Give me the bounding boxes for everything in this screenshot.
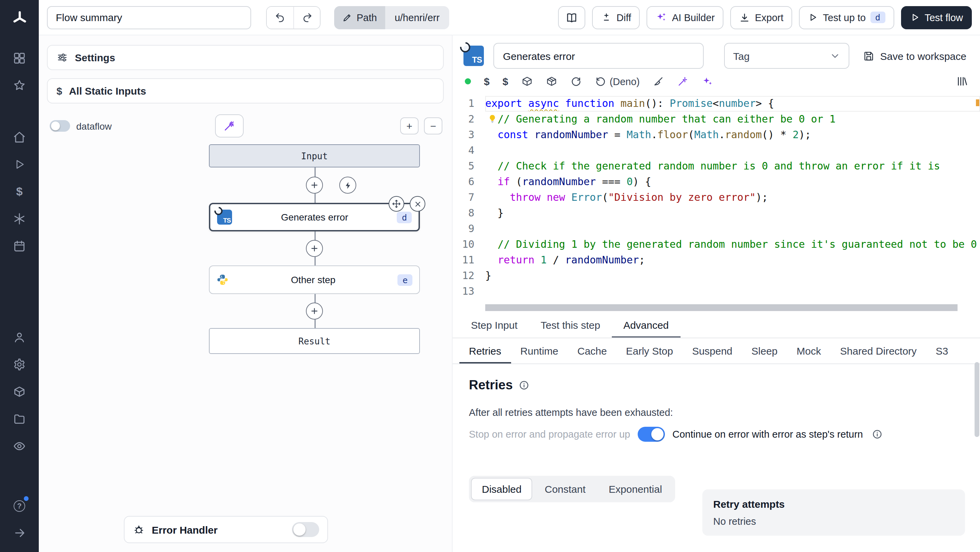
continue-on-error-toggle[interactable] (638, 427, 665, 442)
code-line-5: // Check if the generated random number … (485, 159, 980, 174)
add-step-button[interactable] (306, 177, 323, 194)
tag-select[interactable]: Tag (724, 43, 850, 69)
tab-test-this-step[interactable]: Test this step (529, 312, 612, 337)
export-button[interactable]: Export (730, 6, 792, 29)
flow-graph-canvas[interactable]: Input (124, 140, 505, 552)
undo-redo-group (266, 6, 321, 29)
code-content[interactable]: export async function main(): Promise<nu… (485, 96, 980, 312)
runs-icon[interactable] (6, 150, 33, 178)
vertical-scrollbar[interactable] (975, 362, 979, 549)
code-line-8: } (485, 205, 980, 221)
adv-tab-mock[interactable]: Mock (787, 338, 830, 363)
help-icon[interactable]: ? (6, 492, 33, 519)
ai-builder-button[interactable]: AI Builder (647, 6, 724, 29)
tab-advanced[interactable]: Advanced (612, 312, 680, 337)
variable-picker-icon[interactable]: $ (484, 76, 490, 87)
code-line-10: // Dividing 1 by the generated random nu… (485, 237, 980, 253)
line-number: 12 (453, 268, 474, 284)
settings-gear-icon[interactable] (6, 350, 33, 378)
save-to-workspace-button[interactable]: Save to workspace (859, 47, 970, 64)
docs-button[interactable] (558, 6, 585, 29)
tab-step-input[interactable]: Step Input (460, 312, 529, 337)
adv-tab-s3[interactable]: S3 (926, 338, 958, 363)
adv-tab-early-stop[interactable]: Early Stop (616, 338, 682, 363)
apps-icon[interactable] (6, 44, 33, 72)
editor-toolbar: $ $ (Deno) (453, 73, 980, 93)
runtime-selector[interactable]: (Deno) (595, 76, 640, 87)
undo-button[interactable] (267, 6, 293, 28)
static-inputs-row[interactable]: $ All Static Inputs (47, 78, 444, 103)
workers-icon[interactable] (6, 378, 33, 405)
package-icon[interactable] (521, 76, 533, 87)
test-flow-button[interactable]: Test flow (901, 6, 972, 29)
ai-wand-icon[interactable] (677, 76, 689, 87)
refresh-icon[interactable] (570, 76, 582, 87)
delete-step-button[interactable] (410, 196, 425, 212)
path-control[interactable]: Path u/henri/err (334, 6, 449, 29)
resource-picker-icon[interactable]: $ (503, 76, 508, 87)
users-icon[interactable] (6, 323, 33, 350)
package-explore-icon[interactable] (546, 76, 557, 87)
test-up-to-button[interactable]: Test up to d (799, 6, 894, 29)
notification-dot (24, 496, 28, 501)
format-broom-icon[interactable] (653, 76, 664, 87)
folders-icon[interactable] (6, 405, 33, 432)
line-number: 2 (453, 111, 474, 127)
info-icon[interactable] (872, 429, 883, 440)
lightbulb-icon[interactable] (487, 114, 498, 124)
flow-settings-row[interactable]: Settings (47, 45, 444, 70)
adv-tab-shared-directory[interactable]: Shared Directory (830, 338, 926, 363)
favorites-star-icon[interactable] (6, 72, 33, 99)
step-tabs: Step InputTest this stepAdvanced (453, 312, 980, 338)
library-panel-icon[interactable] (956, 76, 968, 87)
save-label: Save to workspace (880, 50, 966, 62)
schedules-icon[interactable] (6, 232, 33, 259)
zoom-out-button[interactable]: − (424, 118, 442, 134)
retries-section: Retries After all retries attempts have … (453, 364, 980, 552)
windmill-logo[interactable] (6, 5, 33, 32)
info-icon[interactable] (519, 380, 530, 391)
code-editor[interactable]: 12345678910111213 export async function … (453, 93, 980, 312)
adv-tab-suspend[interactable]: Suspend (682, 338, 742, 363)
home-icon[interactable] (6, 123, 33, 150)
path-edit-segment[interactable]: Path (334, 6, 385, 29)
flow-summary-input[interactable] (47, 6, 251, 29)
adv-tab-sleep[interactable]: Sleep (742, 338, 787, 363)
add-step-button[interactable] (306, 302, 323, 320)
error-handler-toggle[interactable] (292, 522, 319, 537)
test-up-to-step-badge: d (870, 11, 885, 23)
ai-flow-wand-button[interactable] (215, 115, 243, 137)
line-number: 5 (453, 159, 474, 174)
add-trigger-button[interactable] (339, 177, 356, 194)
line-number: 10 (453, 237, 474, 253)
step-name-input[interactable] (493, 43, 704, 69)
zoom-in-button[interactable]: + (400, 118, 418, 134)
horizontal-scrollbar[interactable] (485, 304, 972, 311)
retry-mode-constant[interactable]: Constant (534, 478, 597, 500)
ai-sparkles-icon[interactable] (702, 76, 713, 87)
retry-mode-exponential[interactable]: Exponential (598, 478, 673, 500)
step-id-badge: e (398, 274, 412, 286)
adv-tab-retries[interactable]: Retries (460, 338, 511, 363)
adv-tab-cache[interactable]: Cache (568, 338, 617, 363)
retries-title: Retries (469, 378, 513, 393)
path-value: u/henri/err (385, 6, 449, 29)
static-inputs-label: All Static Inputs (69, 85, 146, 97)
flow-input-node[interactable]: Input (209, 144, 420, 167)
resources-icon[interactable] (6, 205, 33, 232)
diff-button[interactable]: Diff (592, 6, 640, 29)
retry-mode-disabled[interactable]: Disabled (471, 478, 533, 500)
add-step-button[interactable] (306, 240, 323, 257)
dataflow-toggle[interactable] (50, 120, 70, 132)
variables-icon[interactable]: $ (6, 178, 33, 205)
adv-tab-runtime[interactable]: Runtime (511, 338, 568, 363)
step-node-other-step[interactable]: Other step e (209, 266, 420, 294)
redo-button[interactable] (293, 6, 320, 28)
expand-sidebar-icon[interactable] (6, 519, 33, 547)
error-handler-row[interactable]: Error Handler (124, 516, 328, 543)
code-line-9 (485, 221, 980, 237)
flow-result-node[interactable]: Result (209, 328, 420, 354)
step-node-generates-error[interactable]: TS Generates error d (209, 203, 420, 231)
audit-eye-icon[interactable] (6, 432, 33, 460)
move-step-button[interactable] (388, 196, 404, 212)
